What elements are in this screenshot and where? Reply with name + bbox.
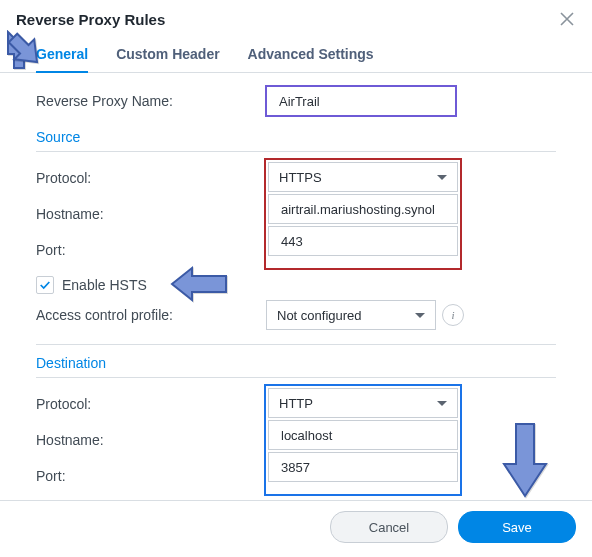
divider: [36, 377, 556, 378]
label-dst-protocol: Protocol:: [36, 396, 266, 412]
section-destination-title: Destination: [36, 355, 556, 371]
tab-custom-header[interactable]: Custom Header: [116, 40, 219, 72]
chevron-down-icon: [437, 175, 447, 180]
destination-fields-highlight: HTTP: [266, 386, 460, 494]
dst-port-field[interactable]: [279, 459, 447, 476]
check-icon: [39, 279, 51, 291]
label-dst-port: Port:: [36, 468, 266, 484]
label-acp: Access control profile:: [36, 307, 266, 323]
acp-value: Not configured: [277, 308, 362, 323]
cancel-button[interactable]: Cancel: [330, 511, 448, 543]
dst-protocol-select[interactable]: HTTP: [268, 388, 458, 418]
row-hsts: Enable HSTS: [36, 276, 556, 294]
src-port-input[interactable]: [268, 226, 458, 256]
dialog-footer: Cancel Save: [0, 500, 592, 557]
tabs: General Custom Header Advanced Settings: [0, 34, 592, 73]
dialog-title: Reverse Proxy Rules: [16, 11, 165, 28]
chevron-down-icon: [415, 313, 425, 318]
name-input[interactable]: [266, 86, 456, 116]
tab-general[interactable]: General: [36, 40, 88, 72]
section-source-title: Source: [36, 129, 556, 145]
divider: [36, 151, 556, 152]
dst-port-input[interactable]: [268, 452, 458, 482]
dst-hostname-field[interactable]: [279, 427, 447, 444]
name-input-field[interactable]: [277, 93, 445, 110]
save-button[interactable]: Save: [458, 511, 576, 543]
tab-advanced-settings[interactable]: Advanced Settings: [248, 40, 374, 72]
label-name: Reverse Proxy Name:: [36, 93, 266, 109]
src-protocol-value: HTTPS: [279, 170, 322, 185]
dst-hostname-input[interactable]: [268, 420, 458, 450]
info-icon[interactable]: i: [442, 304, 464, 326]
src-port-field[interactable]: [279, 233, 447, 250]
label-src-protocol: Protocol:: [36, 170, 266, 186]
source-fields-highlight: HTTPS: [266, 160, 460, 268]
src-hostname-input[interactable]: [268, 194, 458, 224]
dialog-header: Reverse Proxy Rules: [0, 0, 592, 34]
close-icon[interactable]: [558, 10, 576, 28]
label-dst-hostname: Hostname:: [36, 432, 266, 448]
src-hostname-field[interactable]: [279, 201, 447, 218]
enable-hsts-checkbox[interactable]: [36, 276, 54, 294]
label-src-port: Port:: [36, 242, 266, 258]
label-enable-hsts: Enable HSTS: [62, 277, 147, 293]
acp-select[interactable]: Not configured: [266, 300, 436, 330]
label-src-hostname: Hostname:: [36, 206, 266, 222]
chevron-down-icon: [437, 401, 447, 406]
src-protocol-select[interactable]: HTTPS: [268, 162, 458, 192]
dst-protocol-value: HTTP: [279, 396, 313, 411]
divider: [36, 344, 556, 345]
reverse-proxy-dialog: Reverse Proxy Rules General Custom Heade…: [0, 0, 592, 557]
row-name: Reverse Proxy Name:: [36, 83, 556, 119]
row-acp: Access control profile: Not configured i: [36, 300, 556, 330]
